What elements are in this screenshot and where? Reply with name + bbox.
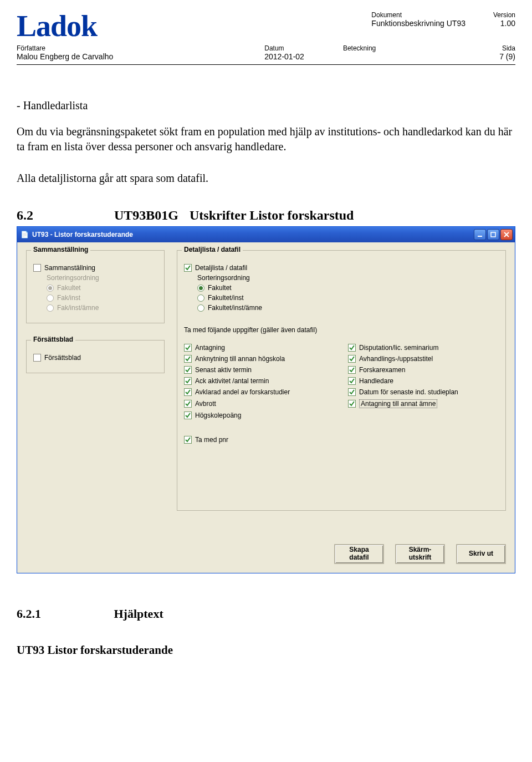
include-options-grid: Antagning Disputation/lic. seminarium An… (184, 344, 499, 419)
checkbox-opt[interactable] (184, 400, 192, 408)
skarm-utskrift-button[interactable]: Skärm- utskrift (395, 544, 445, 564)
check-icon (349, 355, 355, 362)
checkbox-opt[interactable] (184, 366, 192, 374)
checkbox-label: Försättsblad (44, 354, 81, 362)
dokument-value: Funktionsbeskrivning UT93 (371, 19, 466, 28)
close-button[interactable] (500, 229, 513, 240)
opt-label: Avhandlings-/uppsatstitel (359, 355, 433, 363)
groupbox-sammanstallning: Sammanställning Sammanställning Sorterin… (26, 250, 165, 323)
check-icon (185, 378, 191, 384)
maximize-icon (490, 232, 496, 237)
close-icon (504, 232, 509, 237)
check-icon (349, 400, 355, 407)
check-icon (185, 265, 191, 271)
dialog-titlebar[interactable]: 📄 UT93 - Listor forskarstuderande (17, 227, 515, 242)
window-icon: 📄 (21, 231, 29, 238)
dialog-client: Sammanställning Sammanställning Sorterin… (17, 242, 515, 573)
radio-fakinst-disabled (47, 294, 54, 302)
sortorder-label: Sorteringsordning (47, 274, 99, 282)
checkbox-opt[interactable] (348, 366, 356, 374)
include-heading: Ta med följande uppgifter (gäller även d… (184, 326, 317, 334)
opt-label: Forskarexamen (359, 366, 405, 374)
groupbox-title: Sammanställning (31, 246, 90, 253)
groupbox-forsattsblad: Försättsblad Försättsblad (26, 340, 165, 373)
forfattare-value: Malou Engberg de Carvalho (17, 52, 113, 61)
checkbox-label: Ta med pnr (195, 436, 228, 444)
check-icon (185, 389, 191, 395)
groupbox-detaljlista: Detaljlista / datafil Detaljlista / data… (177, 250, 506, 511)
version-value: 1.00 (493, 19, 515, 28)
checkbox-label: Sammanställning (44, 264, 95, 272)
dialog-button-row: Skapa datafil Skärm- utskrift Skriv ut (26, 544, 506, 564)
logo: Ladok (17, 9, 97, 43)
check-icon (349, 378, 355, 384)
checkbox-opt[interactable] (348, 388, 356, 396)
opt-label-focused: Antagning till annat ämne (359, 399, 437, 408)
minimize-button[interactable] (474, 229, 486, 240)
svg-rect-1 (491, 232, 495, 237)
checkbox-opt[interactable] (348, 355, 356, 363)
radio-fakultet-disabled (47, 285, 54, 292)
checkbox-opt[interactable] (184, 344, 192, 352)
minimize-icon (477, 232, 483, 237)
check-icon (185, 412, 191, 419)
maximize-button[interactable] (487, 229, 499, 240)
opt-label: Disputation/lic. seminarium (359, 344, 438, 352)
opt-label: Avklarad andel av forskarstudier (195, 388, 290, 396)
groupbox-title: Försättsblad (31, 336, 75, 343)
groupbox-title: Detaljlista / datafil (182, 246, 243, 253)
checkbox-opt[interactable] (184, 355, 192, 363)
checkbox-sammanstallning[interactable] (33, 264, 41, 272)
check-icon (185, 355, 191, 362)
section-6-2-heading: 6.2 UT93B01G Utskrifter Listor forskarst… (17, 208, 515, 223)
header-right: Dokument Funktionsbeskrivning UT93 Versi… (371, 11, 515, 28)
sida-label: Sida (499, 44, 515, 52)
check-icon (185, 436, 191, 443)
opt-label: Högskolepoäng (195, 412, 241, 419)
opt-label: Anknytning till annan högskola (195, 355, 285, 363)
beteckning-label: Beteckning (343, 44, 376, 52)
section-6-2-1-heading: 6.2.1 Hjälptext (17, 607, 515, 621)
check-icon (349, 367, 355, 373)
checkbox-opt[interactable] (184, 388, 192, 396)
check-icon (185, 400, 191, 407)
opt-label: Senast aktiv termin (195, 366, 252, 374)
document-header: Ladok Dokument Funktionsbeskrivning UT93… (17, 9, 515, 43)
radio-fakinstamne-disabled (47, 304, 54, 312)
checkbox-opt[interactable] (184, 412, 192, 419)
checkbox-forsattsblad[interactable] (33, 354, 41, 362)
datum-value: 2012-01-02 (264, 52, 304, 61)
forfattare-label: Författare (17, 44, 113, 52)
checkbox-opt[interactable] (348, 344, 356, 352)
checkbox-opt[interactable] (184, 377, 192, 385)
header-rule (17, 64, 515, 65)
check-icon (185, 344, 191, 351)
radio-fakultet-inst-amne[interactable] (197, 304, 204, 312)
check-icon (349, 344, 355, 351)
skapa-datafil-button[interactable]: Skapa datafil (334, 544, 384, 564)
version-label: Version (493, 11, 515, 19)
checkbox-opt[interactable] (348, 377, 356, 385)
sortorder-label: Sorteringsordning (197, 274, 250, 282)
author-row: Författare Malou Engberg de Carvalho Dat… (17, 44, 515, 61)
skriv-ut-button[interactable]: Skriv ut (456, 544, 506, 564)
svg-rect-0 (478, 236, 482, 237)
checkbox-opt[interactable] (348, 400, 356, 408)
paragraph-3: Alla detaljlistorna går att spara som da… (17, 171, 515, 186)
radio-fakultet[interactable] (197, 285, 204, 292)
dokument-label: Dokument (371, 11, 466, 19)
checkbox-pnr[interactable] (184, 436, 192, 444)
radio-fakultet-inst[interactable] (197, 294, 204, 302)
paragraph-1: - Handledarlista (17, 98, 515, 113)
opt-label: Antagning (195, 344, 225, 352)
dialog-window: 📄 UT93 - Listor forskarstuderande (17, 226, 515, 573)
check-icon (349, 389, 355, 395)
opt-label: Handledare (359, 377, 393, 385)
checkbox-detaljlista[interactable] (184, 264, 192, 272)
opt-label: Avbrott (195, 400, 216, 408)
paragraph-2: Om du via begränsningspaketet sökt fram … (17, 124, 515, 154)
footer-heading: UT93 Listor forskarstuderande (17, 643, 515, 657)
opt-label: Ack aktivitet /antal termin (195, 377, 269, 385)
check-icon (185, 367, 191, 373)
checkbox-label: Detaljlista / datafil (195, 264, 247, 272)
